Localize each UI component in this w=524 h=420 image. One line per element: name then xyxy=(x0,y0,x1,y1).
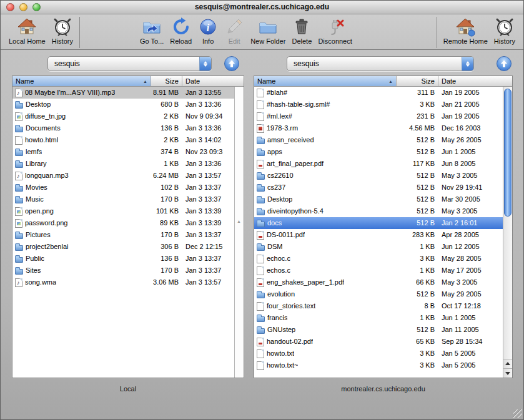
local-file-pane: Name Size Date 08 Maybe I'm...ASY VIII).… xyxy=(12,76,244,378)
local-path-dropdown[interactable]: sesquis xyxy=(47,56,212,71)
file-date: Jun 8 2005 xyxy=(438,158,503,170)
file-row[interactable]: Public 136 B Jan 3 13:37 xyxy=(12,253,234,265)
file-row[interactable]: open.png 101 KB Jan 3 13:39 xyxy=(12,205,234,217)
file-icon xyxy=(257,139,265,144)
scroll-down-button[interactable] xyxy=(503,368,512,378)
remote-home-button[interactable]: Remote Home xyxy=(440,16,491,46)
file-size: 512 B xyxy=(397,288,438,300)
file-row[interactable]: 08 Maybe I'm...ASY VIII).mp3 8.91 MB Jan… xyxy=(12,87,234,99)
file-row[interactable]: diveintopython-5.4 512 B May 3 2005 xyxy=(254,205,503,217)
file-name-cell: echos.c xyxy=(254,265,397,276)
file-row[interactable]: eng_shakes_paper_1.pdf 66 KB May 3 2005 xyxy=(254,276,503,288)
zoom-button[interactable] xyxy=(32,3,41,11)
file-date: May 28 2005 xyxy=(438,253,503,265)
go-to-button[interactable]: Go To... xyxy=(137,16,167,46)
file-row[interactable]: handout-02.pdf 65 KB Sep 28 15:34 xyxy=(254,336,503,348)
local-column-header-name[interactable]: Name xyxy=(12,76,151,86)
delete-button[interactable]: Delete xyxy=(289,16,315,46)
titlebar[interactable]: sesquis@montrealer.cs.uchicago.edu xyxy=(1,1,523,14)
file-row[interactable]: Pictures 170 B Jan 3 13:37 xyxy=(12,229,234,241)
sort-ascending-icon xyxy=(143,76,147,86)
file-row[interactable]: project2benlai 306 B Dec 2 12:15 xyxy=(12,241,234,253)
file-size: 1 KB xyxy=(397,265,438,276)
remote-column-header-size[interactable]: Size xyxy=(397,76,438,86)
remote-history-button[interactable]: History xyxy=(491,16,518,46)
file-name: cs237 xyxy=(267,182,285,193)
minimize-button[interactable] xyxy=(19,3,27,11)
file-row[interactable]: password.png 89 KB Jan 3 13:39 xyxy=(12,217,234,229)
file-row[interactable]: cs237 512 B Nov 29 19:41 xyxy=(254,182,503,193)
file-row[interactable]: 1978-3.rm 4.56 MB Dec 16 2003 xyxy=(254,122,503,134)
file-row[interactable]: echos.c 1 KB May 17 2005 xyxy=(254,265,503,276)
file-row[interactable]: howto.txt~ 3 KB Jan 5 2005 xyxy=(254,359,503,371)
remote-path-dropdown[interactable]: sesquis xyxy=(287,56,474,71)
file-row[interactable]: DSM 1 KB Jun 12 2005 xyxy=(254,241,503,253)
file-row[interactable]: cs22610 512 B May 3 2005 xyxy=(254,170,503,182)
file-row[interactable]: lemfs 374 B Nov 23 09:3 xyxy=(12,146,234,158)
file-row[interactable]: DS-0011.pdf 283 KB Apr 28 2005 xyxy=(254,229,503,241)
close-button[interactable] xyxy=(6,3,14,11)
file-row[interactable]: evolution 512 B May 29 2005 xyxy=(254,288,503,300)
file-row[interactable]: howto.html 2 KB Jan 3 14:02 xyxy=(12,134,234,146)
remote-up-directory-button[interactable] xyxy=(497,56,512,71)
info-button[interactable]: i Info xyxy=(195,16,221,46)
file-row[interactable]: Library 1 KB Jan 3 13:36 xyxy=(12,158,234,170)
file-row[interactable]: #blah# 311 B Jan 19 2005 xyxy=(254,87,503,99)
file-date: Jan 3 13:37 xyxy=(182,265,234,276)
file-row[interactable]: Sites 170 B Jan 3 13:37 xyxy=(12,265,234,276)
file-name: art_final_paper.pdf xyxy=(267,158,324,170)
resize-grip[interactable] xyxy=(513,409,522,418)
file-icon xyxy=(257,112,264,121)
file-date: Oct 17 12:18 xyxy=(438,300,503,312)
edit-button[interactable]: Edit xyxy=(221,16,247,46)
file-row[interactable]: amsn_received 512 B May 26 2005 xyxy=(254,134,503,146)
file-size: 66 KB xyxy=(397,276,438,288)
file-size: 283 KB xyxy=(397,229,438,241)
remote-column-header-name[interactable]: Name xyxy=(254,76,397,86)
file-row[interactable]: apps 512 B Jun 1 2005 xyxy=(254,146,503,158)
remote-column-headers: Name Size Date xyxy=(254,76,512,87)
local-column-header-date[interactable]: Date xyxy=(182,76,244,86)
file-row[interactable]: diffuse_tn.jpg 2 KB Nov 9 09:34 xyxy=(12,110,234,122)
file-row[interactable]: howto.txt 3 KB Jan 5 2005 xyxy=(254,348,503,359)
file-row[interactable]: Movies 102 B Jan 3 13:37 xyxy=(12,182,234,193)
file-row[interactable]: art_final_paper.pdf 117 KB Jun 8 2005 xyxy=(254,158,503,170)
file-size: 680 B xyxy=(151,99,182,110)
file-row[interactable]: Music 170 B Jan 3 13:37 xyxy=(12,193,234,205)
remote-scrollbar-track[interactable] xyxy=(503,87,512,378)
file-date: Jan 3 13:36 xyxy=(182,122,234,134)
clock-icon xyxy=(495,17,515,37)
local-up-directory-button[interactable] xyxy=(224,56,239,71)
scrollbar-thumb[interactable] xyxy=(504,89,512,217)
file-name: #hash-table-sig.sml# xyxy=(267,99,330,110)
file-row[interactable]: four_stories.text 8 B Oct 17 12:18 xyxy=(254,300,503,312)
file-row[interactable]: francis 1 KB Jun 1 2005 xyxy=(254,312,503,324)
local-scrollbar-track[interactable] xyxy=(234,87,244,378)
reload-button[interactable]: Reload xyxy=(167,16,195,46)
local-history-button[interactable]: History xyxy=(49,16,76,46)
local-column-header-size[interactable]: Size xyxy=(151,76,182,86)
file-row[interactable]: #ml.lex# 231 B Jan 19 2005 xyxy=(254,110,503,122)
scroll-up-button[interactable] xyxy=(503,359,512,368)
disconnect-button[interactable]: Disconnect xyxy=(315,16,355,46)
home-icon xyxy=(17,17,37,37)
file-row[interactable]: longquan.mp3 6.24 MB Jan 3 13:57 xyxy=(12,170,234,182)
file-row[interactable]: GNUstep 512 B Jan 11 2005 xyxy=(254,324,503,336)
file-date: May 17 2005 xyxy=(438,265,503,276)
remote-column-header-date[interactable]: Date xyxy=(438,76,512,86)
local-home-button[interactable]: Local Home xyxy=(6,16,49,46)
file-name-cell: howto.txt xyxy=(254,348,397,359)
new-folder-button[interactable]: New Folder xyxy=(247,16,289,46)
file-row[interactable]: song.wma 3.06 MB Jan 3 13:57 xyxy=(12,276,234,288)
file-row[interactable]: Desktop 680 B Jan 3 13:36 xyxy=(12,99,234,110)
file-size: 6.24 MB xyxy=(151,170,182,182)
file-row[interactable]: echoc.c 3 KB May 28 2005 xyxy=(254,253,503,265)
file-size: 8 B xyxy=(397,300,438,312)
file-icon xyxy=(15,257,23,263)
file-row[interactable]: Documents 136 B Jan 3 13:36 xyxy=(12,122,234,134)
file-row[interactable]: docs 512 B Jan 2 16:01 xyxy=(254,217,503,229)
file-row[interactable]: Desktop 512 B Mar 30 2005 xyxy=(254,193,503,205)
file-name: eng_shakes_paper_1.pdf xyxy=(267,276,344,288)
file-name-cell: song.wma xyxy=(12,276,151,288)
file-row[interactable]: #hash-table-sig.sml# 3 KB Jan 21 2005 xyxy=(254,99,503,110)
